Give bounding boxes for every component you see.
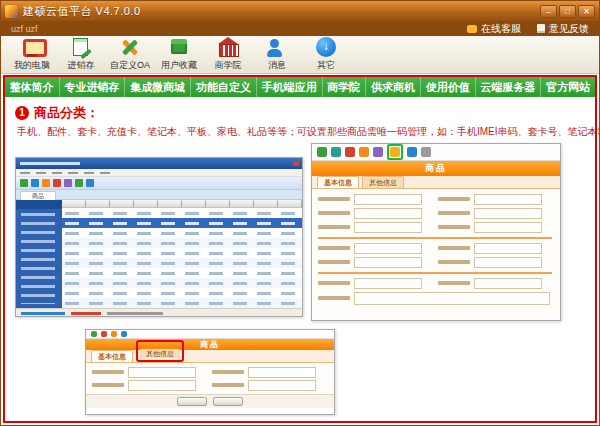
toolbar-item-my-computer[interactable]: 我的电脑 <box>9 37 55 72</box>
grid-row <box>62 298 302 308</box>
title-bar: 建硕云值平台 V4.7.0.0 – □ ✕ <box>1 1 599 21</box>
mini-icon <box>407 147 417 157</box>
mini-icon <box>390 147 400 157</box>
orange-separator <box>316 269 556 276</box>
maximize-button[interactable]: □ <box>559 5 576 18</box>
form-field <box>436 206 556 220</box>
nav-item-cloud-server[interactable]: 云端服务器 <box>476 77 542 97</box>
header-links: 在线客服 意见反馈 <box>467 22 589 36</box>
package-box-icon <box>168 37 190 57</box>
red-highlight-annotation: 其他信息 <box>136 340 184 362</box>
mini-icon <box>20 179 28 187</box>
form-field <box>436 276 556 290</box>
mini-icon <box>86 179 94 187</box>
crossed-tools-icon <box>119 37 141 57</box>
mini-icon <box>53 179 61 187</box>
mini-menubar <box>16 169 302 177</box>
toolbar-item-favorites[interactable]: 用户收藏 <box>156 37 202 72</box>
mini-form-toolbar <box>312 144 560 161</box>
mini-cancel-button <box>213 397 243 406</box>
section-description: 手机、配件、套卡、充值卡、笔记本、平板、家电、礼品等等；可设置那些商品需唯一码管… <box>17 125 589 139</box>
number-badge: 1 <box>15 106 29 120</box>
toolbar-item-business-school[interactable]: 商学院 <box>205 37 251 72</box>
form-banner: 商品 <box>86 339 334 350</box>
toolbar-item-messages[interactable]: 消息 <box>254 37 300 72</box>
form-field <box>316 276 436 290</box>
mini-icon <box>64 179 72 187</box>
tab-other-info: 其他信息 <box>140 349 180 358</box>
mini-tab-product: 商品 <box>20 191 56 200</box>
green-highlight-annotation <box>387 144 403 160</box>
toolbar-item-other[interactable]: ↓ 其它 <box>303 37 349 72</box>
section-heading: 1 商品分类： <box>15 104 99 122</box>
feature-frame: 整体简介 专业进销存 集成微商城 功能自定义 手机端应用 商学院 供求商机 使用… <box>3 75 597 423</box>
mini-icon <box>373 147 383 157</box>
toolbar-item-inventory[interactable]: 进销存 <box>58 37 104 72</box>
account-text: uzf uzf <box>11 24 38 34</box>
green-nav-bar: 整体简介 专业进销存 集成微商城 功能自定义 手机端应用 商学院 供求商机 使用… <box>5 77 595 97</box>
grid-row <box>62 258 302 268</box>
form-body <box>312 189 560 321</box>
nav-item-value[interactable]: 使用价值 <box>421 77 476 97</box>
content-area: 1 商品分类： 手机、配件、套卡、充值卡、笔记本、平板、家电、礼品等等；可设置那… <box>5 97 595 421</box>
close-button[interactable]: ✕ <box>578 5 595 18</box>
form-field <box>436 255 556 269</box>
form-button-row <box>86 394 334 408</box>
message-person-icon <box>266 37 288 57</box>
feedback-link[interactable]: 意见反馈 <box>537 22 589 36</box>
app-window: 建硕云值平台 V4.7.0.0 – □ ✕ uzf uzf 在线客服 意见反馈 … <box>0 0 600 426</box>
mini-icon <box>111 331 117 337</box>
nav-item-school[interactable]: 商学院 <box>323 77 367 97</box>
mini-grid-header <box>62 200 302 208</box>
app-logo-icon <box>5 5 18 18</box>
mini-icon <box>42 179 50 187</box>
grid-row-selected <box>62 218 302 228</box>
form-field <box>90 365 210 378</box>
grid-row <box>62 288 302 298</box>
mini-icon <box>345 147 355 157</box>
down-arrow-circle-icon: ↓ <box>316 37 336 57</box>
nav-item-opportunities[interactable]: 供求商机 <box>366 77 421 97</box>
minimize-button[interactable]: – <box>540 5 557 18</box>
nav-item-official-site[interactable]: 官方网站 <box>541 77 595 97</box>
school-building-icon <box>217 37 239 57</box>
online-service-link[interactable]: 在线客服 <box>467 22 521 36</box>
mini-data-grid <box>62 200 302 308</box>
grid-row <box>62 208 302 218</box>
mini-status-bar <box>16 308 302 317</box>
tab-basic-info: 基本信息 <box>317 176 359 188</box>
grid-row <box>62 228 302 238</box>
form-tabs: 基本信息 其他信息 <box>312 176 560 189</box>
nav-item-mobile-app[interactable]: 手机端应用 <box>257 77 323 97</box>
form-field <box>316 255 436 269</box>
invoice-doc-icon <box>70 37 92 57</box>
nav-item-micro-mall[interactable]: 集成微商城 <box>125 77 191 97</box>
form-field <box>316 206 436 220</box>
grid-row <box>62 248 302 258</box>
mini-icon <box>121 331 127 337</box>
mini-icon <box>101 331 107 337</box>
mini-icon <box>75 179 83 187</box>
mini-ok-button <box>177 397 207 406</box>
form-field <box>436 220 556 234</box>
mini-icon <box>421 147 431 157</box>
mini-tabstrip: 商品 <box>16 190 302 200</box>
mini-icon <box>359 147 369 157</box>
grid-row <box>62 238 302 248</box>
nav-item-inventory[interactable]: 专业进销存 <box>60 77 126 97</box>
nav-item-overview[interactable]: 整体简介 <box>5 77 60 97</box>
note-icon <box>537 24 545 33</box>
grid-row <box>62 268 302 278</box>
form-field <box>316 192 436 206</box>
form-field <box>210 378 330 391</box>
form-body <box>86 363 334 394</box>
mini-icon <box>317 147 327 157</box>
form-wide-field <box>316 290 556 306</box>
nav-item-customization[interactable]: 功能自定义 <box>191 77 257 97</box>
toolbar-item-custom-oa[interactable]: 自定义OA <box>107 37 153 72</box>
section-title: 商品分类： <box>34 104 99 122</box>
computer-icon <box>21 37 43 57</box>
main-toolbar: 我的电脑 进销存 自定义OA 用户收藏 商学院 消息 ↓ 其它 <box>1 36 599 74</box>
mini-icon <box>31 179 39 187</box>
form-tabs: 基本信息 其他信息 <box>86 350 334 363</box>
